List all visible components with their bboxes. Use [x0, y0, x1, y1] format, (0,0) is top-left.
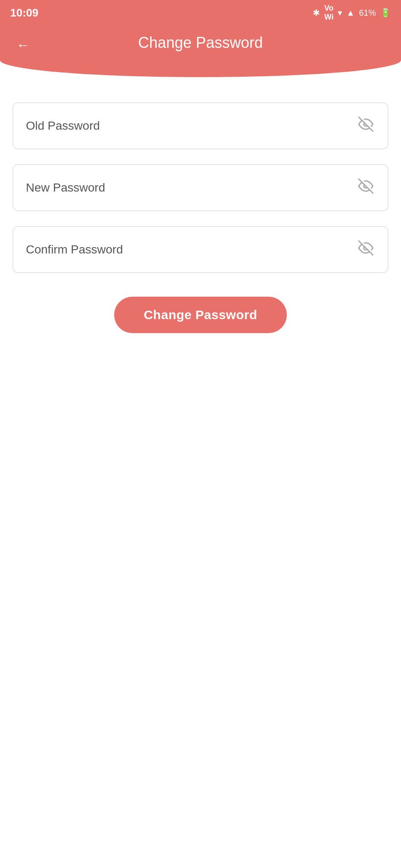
eye-off-icon	[358, 117, 373, 132]
status-bar: 10:09 ✱ VoWi ▾ ▲ 61% 🔋	[0, 0, 401, 25]
eye-off-icon-3	[358, 240, 373, 256]
confirm-password-toggle-icon[interactable]	[356, 239, 375, 261]
main-content: Change Password	[0, 77, 401, 350]
bluetooth-icon: ✱	[313, 8, 320, 18]
old-password-wrapper	[13, 103, 388, 149]
old-password-toggle-icon[interactable]	[356, 115, 375, 137]
wifi-icon: ▾	[338, 8, 342, 18]
header: ← Change Password	[0, 25, 401, 77]
confirm-password-input[interactable]	[26, 243, 356, 256]
old-password-input[interactable]	[26, 119, 356, 133]
new-password-toggle-icon[interactable]	[356, 177, 375, 199]
status-time: 10:09	[10, 6, 39, 19]
change-password-button[interactable]: Change Password	[114, 297, 287, 333]
confirm-password-wrapper	[13, 226, 388, 273]
signal-icon: ▲	[346, 8, 355, 18]
page-title: Change Password	[138, 34, 263, 52]
battery-icon: 🔋	[380, 8, 391, 18]
vowifi-icon: VoWi	[324, 4, 334, 22]
status-icons: ✱ VoWi ▾ ▲ 61% 🔋	[313, 4, 391, 22]
eye-off-icon-2	[358, 178, 373, 194]
back-button[interactable]: ←	[13, 34, 33, 56]
battery-level: 61%	[359, 8, 376, 18]
new-password-input[interactable]	[26, 181, 356, 195]
new-password-wrapper	[13, 164, 388, 211]
